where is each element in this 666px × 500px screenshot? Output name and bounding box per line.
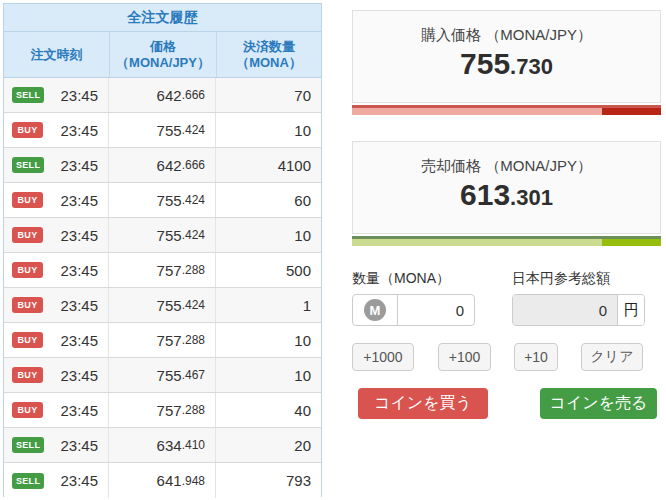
quantity-label: 数量（MONA） [352, 270, 512, 288]
table-row: SELL 23:45 641.948 793 [4, 463, 321, 498]
order-quantity: 10 [216, 323, 321, 357]
sell-price-value: 613.301 [353, 178, 660, 212]
table-row: BUY 23:45 755.424 1 [4, 288, 321, 323]
order-price: 755.424 [109, 218, 216, 252]
order-quantity: 10 [216, 113, 321, 147]
order-side-badge: SELL [12, 437, 44, 453]
order-time: 23:45 [60, 472, 98, 489]
order-price: 641.948 [109, 463, 216, 498]
order-price: 755.424 [109, 183, 216, 217]
order-side-badge: SELL [12, 157, 44, 173]
buy-bar-light-segment [352, 108, 602, 115]
order-quantity: 1 [216, 288, 321, 322]
table-body: SELL 23:45 642.666 70 BUY 23:45 755.424 … [4, 78, 321, 498]
sell-price-card: 売却価格 （MONA/JPY） 613.301 [352, 141, 661, 234]
buy-price-card: 購入価格 （MONA/JPY） 755.730 [352, 10, 661, 103]
buy-bar-dark-segment [602, 108, 661, 115]
table-row: BUY 23:45 755.467 10 [4, 358, 321, 393]
order-time: 23:45 [60, 262, 98, 279]
order-time: 23:45 [60, 87, 98, 104]
order-side-badge: SELL [12, 87, 44, 103]
order-quantity: 10 [216, 358, 321, 392]
order-quantity: 70 [216, 78, 321, 112]
order-time-cell: BUY 23:45 [4, 288, 109, 322]
order-quantity: 4100 [216, 148, 321, 182]
quantity-input[interactable] [398, 295, 474, 325]
sell-bar-light-segment [352, 239, 602, 246]
order-time-cell: BUY 23:45 [4, 323, 109, 357]
jpy-total-input [513, 295, 617, 325]
order-time-cell: BUY 23:45 [4, 358, 109, 392]
amount-button[interactable]: +100 [438, 343, 491, 371]
column-header-line1: 価格 [150, 39, 176, 55]
column-header-line1: 決済数量 [243, 39, 295, 55]
table-row: SELL 23:45 642.666 70 [4, 78, 321, 113]
order-price: 642.666 [109, 148, 216, 182]
order-time-cell: BUY 23:45 [4, 253, 109, 287]
buy-depth-bar [352, 105, 661, 115]
order-history-table: 全注文履歴 注文時刻 価格 （MONA/JPY） 決済数量 （MONA） SEL… [3, 3, 322, 497]
amount-button[interactable]: +1000 [352, 343, 414, 371]
order-time: 23:45 [60, 332, 98, 349]
order-quantity: 500 [216, 253, 321, 287]
order-time-cell: SELL 23:45 [4, 463, 109, 498]
sell-coin-button[interactable]: コインを売る [540, 388, 657, 419]
table-row: BUY 23:45 755.424 60 [4, 183, 321, 218]
table-row: SELL 23:45 634.410 20 [4, 428, 321, 463]
order-time-cell: SELL 23:45 [4, 428, 109, 462]
buy-price-title: 購入価格 （MONA/JPY） [353, 26, 660, 45]
table-header: 注文時刻 価格 （MONA/JPY） 決済数量 （MONA） [4, 32, 321, 78]
yen-suffix: 円 [617, 295, 644, 325]
column-header: 価格 （MONA/JPY） [109, 32, 216, 77]
buy-price-value: 755.730 [353, 47, 660, 81]
quantity-input-group: M [352, 294, 475, 326]
column-header-line1: 注文時刻 [31, 47, 83, 63]
order-side-badge: BUY [12, 402, 43, 418]
buy-coin-button[interactable]: コインを買う [358, 388, 488, 419]
jpy-total-label: 日本円参考総額 [512, 270, 661, 288]
order-time-cell: BUY 23:45 [4, 113, 109, 147]
sell-bar-dark-segment [602, 239, 661, 246]
amount-button[interactable]: クリア [581, 343, 643, 371]
table-row: BUY 23:45 757.288 40 [4, 393, 321, 428]
trade-panel: 購入価格 （MONA/JPY） 755.730 売却価格 （MONA/JPY） … [352, 10, 661, 419]
order-time: 23:45 [60, 437, 98, 454]
order-quantity: 793 [216, 463, 321, 498]
order-side-badge: BUY [12, 297, 43, 313]
amount-button[interactable]: +10 [514, 343, 558, 371]
order-time-cell: BUY 23:45 [4, 393, 109, 427]
amount-buttons-row: +1000 +100 +10 クリア [352, 343, 661, 371]
order-history-title: 全注文履歴 [4, 4, 321, 32]
sell-depth-bar [352, 236, 661, 246]
order-time-cell: SELL 23:45 [4, 78, 109, 112]
order-time: 23:45 [60, 367, 98, 384]
order-price: 757.288 [109, 393, 216, 427]
table-row: BUY 23:45 755.424 10 [4, 218, 321, 253]
order-side-badge: BUY [12, 122, 43, 138]
order-time: 23:45 [60, 157, 98, 174]
table-row: SELL 23:45 642.666 4100 [4, 148, 321, 183]
order-time-cell: BUY 23:45 [4, 183, 109, 217]
order-price: 642.666 [109, 78, 216, 112]
order-side-badge: BUY [12, 227, 43, 243]
order-quantity: 20 [216, 428, 321, 462]
order-price: 755.467 [109, 358, 216, 392]
order-price: 755.424 [109, 113, 216, 147]
order-price: 634.410 [109, 428, 216, 462]
order-price: 757.288 [109, 253, 216, 287]
mona-icon-cell: M [353, 295, 398, 325]
column-header: 決済数量 （MONA） [216, 32, 321, 77]
order-time-cell: BUY 23:45 [4, 218, 109, 252]
column-header-line2: （MONA/JPY） [116, 55, 210, 71]
column-header-line2: （MONA） [236, 55, 302, 71]
jpy-total-group: 円 [512, 294, 645, 326]
order-quantity: 10 [216, 218, 321, 252]
order-time: 23:45 [60, 227, 98, 244]
order-side-badge: BUY [12, 262, 43, 278]
order-time: 23:45 [60, 402, 98, 419]
order-quantity: 40 [216, 393, 321, 427]
order-side-badge: SELL [12, 473, 44, 489]
order-price: 755.424 [109, 288, 216, 322]
table-row: BUY 23:45 757.288 10 [4, 323, 321, 358]
order-time: 23:45 [60, 192, 98, 209]
